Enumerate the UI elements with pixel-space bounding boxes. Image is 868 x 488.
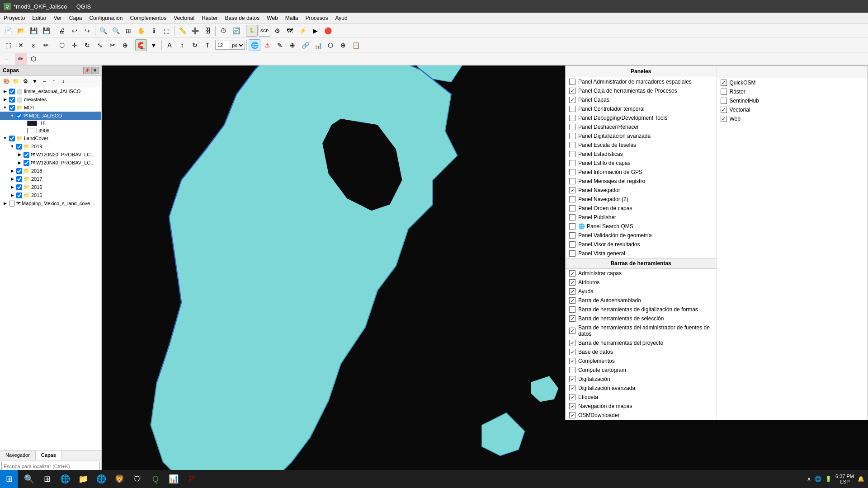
panel-item[interactable]: Panel Controlador temporal — [566, 104, 717, 113]
panel-item[interactable]: ✓Panel Caja de herramientas de Procesos — [566, 86, 717, 95]
menu-complementos[interactable]: Complementos — [126, 13, 170, 23]
add-layer-btn[interactable]: ➕ — [189, 25, 201, 37]
remove-layer[interactable]: − — [40, 77, 49, 86]
menu-capa[interactable]: Capa — [66, 13, 86, 23]
toolbar-item[interactable]: ✓Base de datos — [566, 347, 717, 357]
taskbar-search[interactable]: 🔍 — [20, 470, 38, 488]
datasource-btn[interactable]: 🗄 — [202, 25, 213, 37]
layer-checkbox-2019[interactable] — [16, 144, 22, 150]
taskbar-time[interactable]: 6:37 PM ESP — [835, 474, 854, 484]
python-btn[interactable]: 🐍 — [246, 25, 258, 37]
panel-item[interactable]: Panel Deshacer/Rehacer — [566, 122, 717, 131]
layer-checkbox-mdt[interactable] — [9, 105, 15, 111]
font-size-input[interactable]: 12 — [215, 41, 231, 50]
panel-item[interactable]: Panel Estilo de capas — [566, 159, 717, 168]
panel-item[interactable]: Panel Estadísticas — [566, 150, 717, 159]
layer-item-mexstates[interactable]: ▶ ⬜ mexstates — [0, 95, 101, 103]
refresh-btn[interactable]: 🔄 — [230, 25, 242, 37]
panel-item[interactable]: Panel Visor de resultados — [566, 240, 717, 249]
layer-checkbox-landcover[interactable] — [9, 136, 15, 141]
layer-item-2018[interactable]: ▶ 📁 2018 — [0, 167, 101, 175]
move-down[interactable]: ↓ — [59, 77, 68, 86]
expand-all[interactable]: ▼ — [30, 77, 39, 86]
taskbar-chrome[interactable]: 🌐 — [92, 470, 110, 488]
layer-item-landcover[interactable]: ▼ 📁 LandCover — [0, 134, 101, 142]
menu-configuracion[interactable]: Configuración — [85, 13, 126, 23]
toolbar-item[interactable]: ✓Navegación de mapas — [566, 402, 717, 411]
new-project-btn[interactable]: 📄 — [2, 25, 14, 37]
layer-item-2015[interactable]: ▶ 📁 2015 — [0, 191, 101, 199]
layer-item-2019[interactable]: ▼ 📁 2019 — [0, 142, 101, 150]
layer-checkbox-mapping[interactable] — [9, 201, 15, 206]
taskbar-edge[interactable]: 🌐 — [56, 470, 74, 488]
plugin-btn6[interactable]: 📊 — [312, 39, 324, 51]
toolbar-item[interactable]: ✓Barra de herramientas de selección — [566, 314, 717, 323]
layer-item-mdt[interactable]: ▼ 📁 MDT — [0, 103, 101, 112]
merge-feat[interactable]: ⊕ — [119, 39, 131, 51]
label-move[interactable]: ↕ — [176, 39, 188, 51]
map-area[interactable]: Paneles Panel Administrador de marcadore… — [102, 66, 868, 472]
nav-back[interactable]: ← — [2, 53, 14, 65]
panel-item[interactable]: Panel Vista general — [566, 249, 717, 258]
panel-item[interactable]: Panel Navegador (2) — [566, 195, 717, 204]
plugin-btn1[interactable]: 🌐 — [249, 39, 260, 51]
undo-btn[interactable]: ↩ — [69, 25, 80, 37]
layer-checkbox-mexstates[interactable] — [9, 97, 15, 103]
menu-ayuda[interactable]: Ayud — [331, 13, 351, 23]
plugin-btn5[interactable]: 🔗 — [299, 39, 311, 51]
taskbar-app1[interactable]: 🛡 — [128, 470, 146, 488]
measure-btn[interactable]: 📏 — [176, 25, 188, 37]
snap-options[interactable]: ▼ — [148, 39, 160, 51]
plugin-btn3[interactable]: ✎ — [274, 39, 286, 51]
toolbar-item[interactable]: Barra de herramientas de digitalización … — [566, 305, 717, 314]
toolbar-item[interactable]: ✓Ayuda — [566, 287, 717, 296]
zoom-full-btn[interactable]: ⊞ — [123, 25, 134, 37]
menu-proyecto[interactable]: Proyecto — [0, 13, 28, 23]
open-project-btn[interactable]: 📂 — [15, 25, 27, 37]
select-tool[interactable]: ⬚ — [2, 39, 14, 51]
layer-checkbox-2016[interactable] — [16, 184, 22, 190]
label-btn[interactable]: A — [164, 39, 175, 51]
redo-btn[interactable]: ↪ — [81, 25, 93, 37]
taskbar-app2[interactable]: 📊 — [165, 470, 183, 488]
right-panel-item[interactable]: ✓Vectorial — [717, 105, 868, 114]
panel-item[interactable]: Panel Orden de capas — [566, 204, 717, 213]
menu-vectorial[interactable]: Vectorial — [170, 13, 198, 23]
taskbar-network[interactable]: 🌐 — [815, 476, 821, 482]
plugin-btn9[interactable]: 📋 — [350, 39, 362, 51]
toolbar-item[interactable]: ✓Atributos — [566, 278, 717, 287]
layer-item-mapping[interactable]: ▶ 🗺 Mapping_Mexico_s_land_cove... — [0, 199, 101, 207]
plugin-btn8[interactable]: ⊕ — [337, 39, 349, 51]
taskbar-chevron[interactable]: ∧ — [807, 476, 811, 482]
layer-item-2016[interactable]: ▶ 📁 2016 — [0, 183, 101, 191]
layer-item-w120n40[interactable]: ▶ 🗺 W120N40_PROBAV_LC... — [0, 159, 101, 167]
scale-feat[interactable]: ⤡ — [94, 39, 106, 51]
taskbar-explorer[interactable]: 📁 — [74, 470, 92, 488]
panel-item[interactable]: ✓Panel Navegador — [566, 186, 717, 195]
panel-item[interactable]: ✓Panel Capas — [566, 95, 717, 104]
tools-btn[interactable]: ⚙ — [271, 25, 283, 37]
rotate-feat[interactable]: ↻ — [81, 39, 93, 51]
temporal-btn[interactable]: ⏱ — [217, 25, 229, 37]
toolbar-item[interactable]: ✓Digitalización — [566, 375, 717, 384]
menu-editar[interactable]: Editar — [28, 13, 50, 23]
tab-navegador[interactable]: Navegador — [0, 450, 36, 460]
edit-node[interactable]: ⬡ — [56, 39, 68, 51]
layer-item-2017[interactable]: ▶ 📁 2017 — [0, 175, 101, 183]
toolbar-item[interactable]: Compute cartogram — [566, 366, 717, 375]
pan-btn[interactable]: ✋ — [135, 25, 147, 37]
zoom-out-btn[interactable]: 🔍 — [110, 25, 122, 37]
menu-procesos[interactable]: Procesos — [302, 13, 331, 23]
taskbar-brave[interactable]: 🦁 — [110, 470, 128, 488]
right-panel-item[interactable]: Ráster — [717, 87, 868, 96]
deselect-tool[interactable]: ✕ — [15, 39, 27, 51]
split-feat[interactable]: ✂ — [107, 39, 118, 51]
extra2-btn[interactable]: ⚡ — [297, 25, 308, 37]
open-layer-style[interactable]: 🎨 — [2, 77, 11, 86]
toolbar-item[interactable]: ✓Barra de herramientas del proyecto — [566, 338, 717, 347]
taskbar-notification[interactable]: 🔔 — [858, 476, 864, 482]
panel-close-btn[interactable]: ✕ — [91, 67, 99, 74]
right-panel-item[interactable]: ✓Web — [717, 114, 868, 123]
panel-item[interactable]: Panel Mensajes del registro — [566, 177, 717, 186]
extra3-btn[interactable]: ▶ — [309, 25, 321, 37]
